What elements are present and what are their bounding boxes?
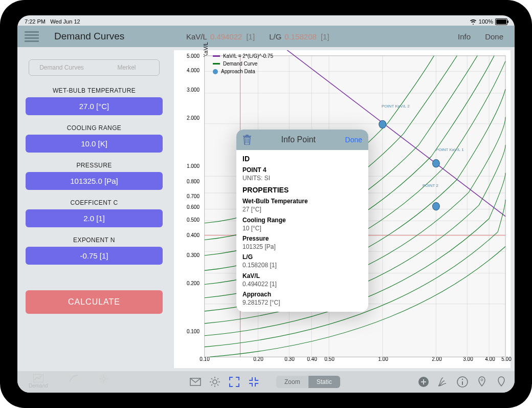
- svg-point-34: [481, 379, 483, 381]
- popover-done-button[interactable]: Done: [345, 136, 362, 144]
- chart-pane: 5.000 4.000 3.000 2.000 1.000 0.800 0.70…: [171, 47, 515, 371]
- info-point-popover: Info Point Done ID POINT 4 UNITS: SI PRO…: [236, 130, 368, 312]
- pin-outline-icon[interactable]: [495, 376, 507, 388]
- trash-icon[interactable]: [242, 135, 252, 145]
- mode-segment[interactable]: Demand Curves Merkel: [29, 59, 160, 76]
- zoom-button[interactable]: Zoom: [276, 376, 308, 388]
- top-bar: Demand Curves KaV/L 0.494022 [1] L/G 0.1…: [17, 26, 515, 47]
- tab-settings[interactable]: [99, 374, 108, 390]
- collapse-icon[interactable]: [248, 376, 260, 388]
- battery-pct: 100%: [479, 18, 493, 25]
- wbt-label: WET-BULB TEMPERATURE: [25, 87, 164, 94]
- status-date: Wed Jun 12: [50, 18, 80, 25]
- info-icon[interactable]: [456, 376, 469, 388]
- point-label-p2: POINT 2: [423, 183, 438, 188]
- page-title: Demand Curves: [43, 31, 124, 42]
- sidebar: Demand Curves Merkel WET-BULB TEMPERATUR…: [17, 47, 171, 371]
- curves-icon[interactable]: [437, 376, 449, 388]
- svg-point-25: [432, 160, 439, 167]
- pin-icon[interactable]: [476, 376, 488, 388]
- chart-area[interactable]: 5.000 4.000 3.000 2.000 1.000 0.800 0.70…: [174, 50, 511, 368]
- battery-icon: [495, 18, 507, 25]
- point-label-kav2: POINT KaV/L 2: [382, 104, 410, 109]
- cooling-range-label: COOLING RANGE: [25, 124, 164, 132]
- exponent-n-field[interactable]: -0.75 [1]: [26, 247, 163, 265]
- menu-icon[interactable]: [20, 27, 43, 46]
- tab-merkel[interactable]: Merkel: [94, 60, 159, 75]
- done-button[interactable]: Done: [485, 32, 503, 41]
- wifi-icon: [470, 19, 477, 25]
- tab-2[interactable]: [69, 374, 79, 390]
- coeff-c-label: COEFFICENT C: [25, 199, 164, 206]
- svg-point-26: [432, 202, 439, 210]
- coeff-c-field[interactable]: 2.0 [1]: [26, 209, 163, 227]
- calculate-button[interactable]: CALCULATE: [26, 290, 163, 314]
- svg-point-28: [102, 377, 105, 380]
- lg-unit: [1]: [321, 32, 329, 41]
- tab-demand-curves[interactable]: Demand Curves: [29, 60, 94, 75]
- svg-point-24: [379, 120, 386, 128]
- status-bar: 7:22 PM Wed Jun 12 100%: [17, 15, 515, 27]
- cooling-range-field[interactable]: 10.0 [K]: [26, 135, 163, 153]
- pressure-label: PRESSURE: [25, 162, 164, 169]
- kav-unit: [1]: [246, 32, 255, 41]
- bottom-bar: Demand Zoom Static: [17, 371, 515, 393]
- kav-value: 0.494022: [210, 32, 242, 41]
- status-time: 7:22 PM: [25, 18, 46, 25]
- chart-legend: KaV/L = 2*(L/G)^-0.75 Demand Curve Appro…: [213, 52, 273, 75]
- expand-icon[interactable]: [228, 376, 240, 388]
- info-button[interactable]: Info: [458, 32, 471, 41]
- popover-title: Info Point: [252, 135, 345, 144]
- kav-label: KaV/L: [186, 32, 207, 41]
- gear-icon[interactable]: [209, 376, 221, 388]
- static-button[interactable]: Static: [308, 376, 340, 388]
- lg-value: 0.158208: [284, 32, 317, 41]
- svg-point-33: [462, 379, 463, 380]
- mail-icon[interactable]: [189, 376, 202, 388]
- svg-point-30: [213, 380, 217, 384]
- zoom-mode-segment[interactable]: Zoom Static: [276, 376, 340, 388]
- wbt-field[interactable]: 27.0 [°C]: [26, 97, 163, 115]
- lg-label: L/G: [269, 32, 281, 41]
- pressure-field[interactable]: 101325.0 [Pa]: [26, 172, 163, 190]
- tab-demand[interactable]: Demand: [29, 374, 48, 390]
- point-label-kav1: POINT KaV/L 1: [436, 147, 464, 152]
- exponent-n-label: EXPONENT N: [25, 237, 164, 244]
- add-icon[interactable]: [417, 376, 430, 388]
